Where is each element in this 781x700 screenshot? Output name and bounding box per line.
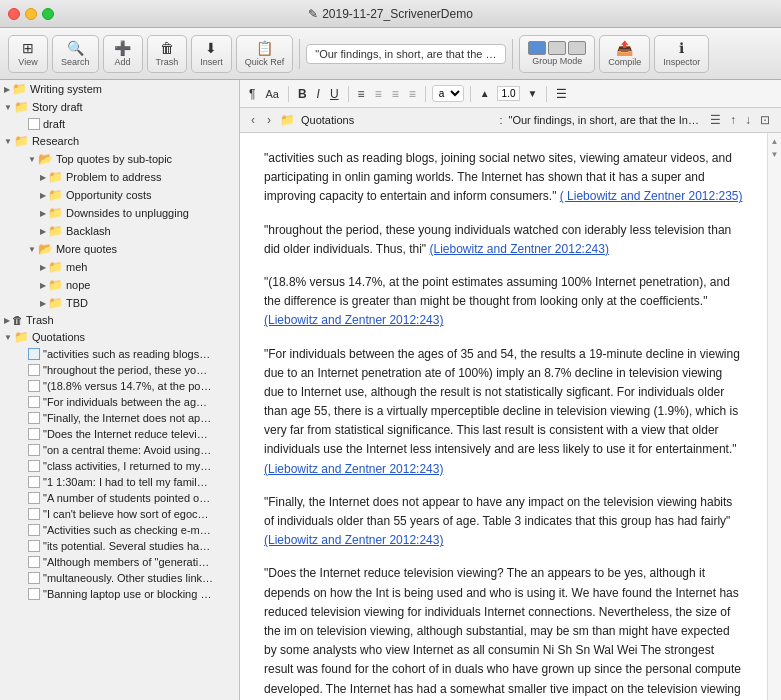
citation-link-5[interactable]: (Liebowitz and Zentner 2012:243) <box>264 533 443 547</box>
sidebar: ▶ 📁 Writing system ▼ 📁 Story draft draft… <box>0 80 240 700</box>
sidebar-item-q8[interactable]: "class activities, I returned to my cour… <box>0 458 239 474</box>
paragraph-1: "activities such as reading blogs, joini… <box>264 149 743 207</box>
inspector-button[interactable]: ℹ Inspector <box>654 35 709 73</box>
sidebar-item-meh[interactable]: ▶ 📁 meh <box>0 258 239 276</box>
right-gutter: ▲ ▼ <box>767 133 781 700</box>
sidebar-item-q16[interactable]: "Banning laptop use or blocking Internet… <box>0 586 239 602</box>
insert-button[interactable]: ⬇ Insert <box>191 35 232 73</box>
sidebar-item-nope[interactable]: ▶ 📁 nope <box>0 276 239 294</box>
sidebar-item-top-quotes[interactable]: ▼ 📂 Top quotes by sub-topic <box>0 150 239 168</box>
sidebar-item-q2[interactable]: "hroughout the period, these young indiv… <box>0 362 239 378</box>
sidebar-item-more-quotes[interactable]: ▼ 📂 More quotes <box>0 240 239 258</box>
search-button[interactable]: 🔍 Search <box>52 35 99 73</box>
subfolder-icon: 📁 <box>48 188 63 202</box>
sidebar-item-tbd[interactable]: ▶ 📁 TBD <box>0 294 239 312</box>
sidebar-item-q3[interactable]: "(18.8% versus 14.7%, at the point estim… <box>0 378 239 394</box>
trash-icon: 🗑 <box>160 40 174 56</box>
doc-icon <box>28 460 40 472</box>
paragraph-2: "hroughout the period, these young indiv… <box>264 221 743 259</box>
sidebar-item-trash[interactable]: ▶ 🗑 Trash <box>0 312 239 328</box>
trash-icon: 🗑 <box>12 314 23 326</box>
sidebar-item-q6[interactable]: "Does the Internet reduce television vie… <box>0 426 239 442</box>
fullscreen-button[interactable] <box>42 8 54 20</box>
paragraph-style-btn[interactable]: ¶ <box>246 86 258 102</box>
editor-body[interactable]: "activities such as reading blogs, joini… <box>240 133 767 700</box>
folder-icon: 📁 <box>14 100 29 114</box>
sort-up-btn[interactable]: ↑ <box>727 112 739 128</box>
quick-search-input[interactable] <box>306 44 506 64</box>
list-btn[interactable]: ☰ <box>553 86 570 102</box>
sidebar-item-opportunity-costs[interactable]: ▶ 📁 Opportunity costs <box>0 186 239 204</box>
subfolder-icon: 📁 <box>48 296 63 310</box>
sidebar-item-q4[interactable]: "For individuals between the ages of 35 … <box>0 394 239 410</box>
align-justify-btn[interactable]: ≡ <box>406 86 419 102</box>
sidebar-item-q10[interactable]: "A number of students pointed out the be… <box>0 490 239 506</box>
collapse-icon: ▶ <box>4 316 10 325</box>
sidebar-item-quotations[interactable]: ▼ 📁 Quotations <box>0 328 239 346</box>
sidebar-item-q11[interactable]: "I can't believe how sort of egocentric … <box>0 506 239 522</box>
scroll-up-btn[interactable]: ▲ <box>771 137 779 146</box>
citation-link-1[interactable]: ( Liebowitz and Zentner 2012:235) <box>560 189 743 203</box>
collapse-icon: ▶ <box>40 263 46 272</box>
sidebar-item-q5[interactable]: "Finally, the Internet does not appear t… <box>0 410 239 426</box>
font-size-down-btn[interactable]: ▼ <box>524 87 540 100</box>
doc-icon <box>28 428 40 440</box>
collapse-icon: ▶ <box>40 227 46 236</box>
scroll-down-btn[interactable]: ▼ <box>771 150 779 159</box>
align-center-btn[interactable]: ≡ <box>372 86 385 102</box>
subfolder-icon: 📁 <box>48 278 63 292</box>
view-button[interactable]: ⊞ View <box>8 35 48 73</box>
expand-btn[interactable]: ⊡ <box>757 112 773 128</box>
sidebar-item-research[interactable]: ▼ 📁 Research <box>0 132 239 150</box>
citation-link-3[interactable]: (Liebowitz and Zentner 2012:243) <box>264 313 443 327</box>
quickref-button[interactable]: 📋 Quick Ref <box>236 35 294 73</box>
collapse-icon: ▶ <box>4 85 10 94</box>
sidebar-item-draft[interactable]: draft <box>0 116 239 132</box>
add-button[interactable]: ➕ Add <box>103 35 143 73</box>
sidebar-item-downsides-unplugging[interactable]: ▶ 📁 Downsides to unplugging <box>0 204 239 222</box>
sidebar-item-q7[interactable]: "on a central theme: Avoid using technol… <box>0 442 239 458</box>
folder-icon: 📁 <box>14 134 29 148</box>
editor-title: Quotations <box>301 114 493 126</box>
outline-icon <box>568 41 586 55</box>
align-right-btn[interactable]: ≡ <box>389 86 402 102</box>
trash-button[interactable]: 🗑 Trash <box>147 35 188 73</box>
sidebar-item-q12[interactable]: "Activities such as checking e-mails/tex… <box>0 522 239 538</box>
font-size-up-btn[interactable]: ▲ <box>477 87 493 100</box>
sidebar-item-q14[interactable]: "Although members of "generation M" thin… <box>0 554 239 570</box>
collapse-icon: ▼ <box>4 137 12 146</box>
sidebar-item-story-draft[interactable]: ▼ 📁 Story draft <box>0 98 239 116</box>
citation-link-4[interactable]: (Liebowitz and Zentner 2012:243) <box>264 462 443 476</box>
compile-icon: 📤 <box>616 40 633 56</box>
sidebar-item-backlash[interactable]: ▶ 📁 Backlash <box>0 222 239 240</box>
group-mode-button[interactable]: Group Mode <box>519 35 595 73</box>
sidebar-item-q9[interactable]: "1 1:30am: I had to tell my family and f… <box>0 474 239 490</box>
format-toolbar: ¶ Aa B I U ≡ ≡ ≡ ≡ a ▲ 1.0 ▼ ☰ <box>240 80 781 108</box>
back-btn[interactable]: ‹ <box>248 112 258 128</box>
underline-btn[interactable]: U <box>327 86 342 102</box>
forward-btn[interactable]: › <box>264 112 274 128</box>
collapse-icon: ▶ <box>40 209 46 218</box>
doc-icon <box>28 556 40 568</box>
main-area: ▶ 📁 Writing system ▼ 📁 Story draft draft… <box>0 80 781 700</box>
italic-btn[interactable]: I <box>314 86 323 102</box>
minimize-button[interactable] <box>25 8 37 20</box>
align-left-btn[interactable]: ≡ <box>355 86 368 102</box>
window-title: ✎ 2019-11-27_ScrivenerDemo <box>308 7 473 21</box>
bold-btn[interactable]: B <box>295 86 310 102</box>
sidebar-item-q13[interactable]: "its potential. Several studies have fou… <box>0 538 239 554</box>
citation-link-2[interactable]: (Liebowitz and Zentner 2012:243) <box>429 242 608 256</box>
paragraph-style-select[interactable]: a <box>432 85 464 102</box>
sort-down-btn[interactable]: ↓ <box>742 112 754 128</box>
close-button[interactable] <box>8 8 20 20</box>
folder-icon: 📁 <box>12 82 27 96</box>
sidebar-item-problem-to-address[interactable]: ▶ 📁 Problem to address <box>0 168 239 186</box>
compile-button[interactable]: 📤 Compile <box>599 35 650 73</box>
sidebar-item-q15[interactable]: "multaneously. Other studies link increa… <box>0 570 239 586</box>
sidebar-item-q1[interactable]: "activities such as reading blogs, joini… <box>0 346 239 362</box>
sidebar-item-writing-system[interactable]: ▶ 📁 Writing system <box>0 80 239 98</box>
group-mode-icons <box>528 41 586 55</box>
hamburger-btn[interactable]: ☰ <box>707 112 724 128</box>
doc-icon <box>28 476 40 488</box>
font-btn[interactable]: Aa <box>262 87 281 101</box>
